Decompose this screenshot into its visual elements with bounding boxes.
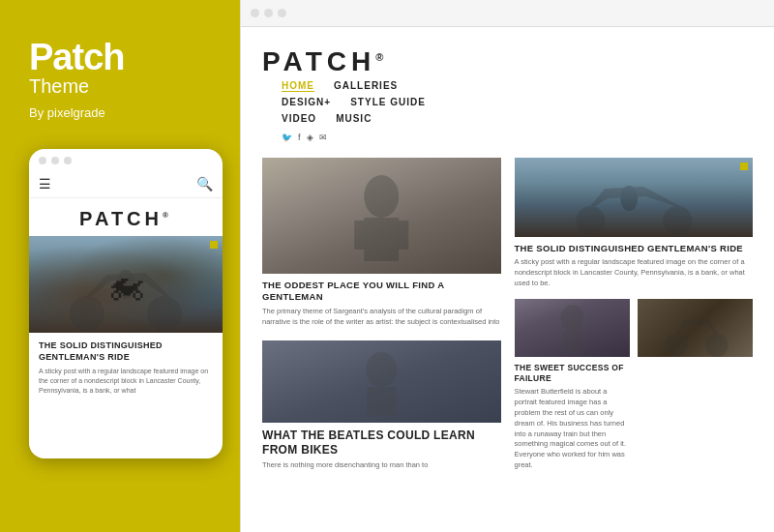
- failure-post-excerpt: Stewart Butterfield is about a portrait …: [515, 387, 630, 471]
- svg-point-3: [364, 175, 399, 218]
- mobile-post-excerpt: A sticky post with a regular landscape f…: [29, 367, 223, 395]
- right-top-title: THE SOLID DISTINGUISHED GENTLEMAN'S RIDE: [515, 243, 754, 254]
- title-bar-dot-3: [278, 9, 286, 17]
- nav-row-2: DESIGN+ STYLE GUIDE: [282, 94, 426, 110]
- svg-point-10: [663, 206, 692, 235]
- right-top-post: THE SOLID DISTINGUISHED GENTLEMAN'S RIDE…: [515, 158, 754, 289]
- mobile-mockup: ☰ 🔍 PATCH® THE SOLID DISTINGUISHED GENTL…: [29, 149, 223, 458]
- rss-icon[interactable]: ◈: [307, 133, 313, 142]
- mobile-post-title: THE SOLID DISTINGUISHED GENTLEMAN'S RIDE: [29, 333, 223, 367]
- facebook-icon[interactable]: f: [298, 133, 301, 142]
- mobile-header: ☰ 🔍: [29, 172, 223, 198]
- svg-point-7: [366, 352, 397, 387]
- theme-subtitle: Theme: [29, 75, 211, 98]
- nav-video[interactable]: VIDEO: [282, 110, 316, 127]
- right-column: THE SOLID DISTINGUISHED GENTLEMAN'S RIDE…: [515, 158, 754, 471]
- failure-post-image: [515, 299, 630, 357]
- twitter-icon[interactable]: 🐦: [282, 133, 292, 142]
- left-panel: Patch Theme By pixelgrade ☰ 🔍 PATCH® THE…: [0, 0, 240, 532]
- mobile-hero-image: [29, 236, 223, 333]
- svg-point-1: [147, 296, 182, 331]
- svg-rect-8: [367, 387, 396, 416]
- bikes-bottom-post: [638, 299, 753, 471]
- svg-point-11: [620, 186, 638, 211]
- title-bar: [241, 0, 774, 27]
- beatles-post-image: [262, 340, 501, 423]
- failure-post-title: THE SWEET SUCCESS OF FAILURE: [515, 363, 630, 384]
- site-nav: HOME GALLERIES DESIGN+ STYLE GUIDE VIDEO…: [282, 77, 426, 142]
- title-bar-dot-2: [264, 9, 273, 17]
- theme-by: By pixelgrade: [29, 105, 211, 120]
- search-icon[interactable]: 🔍: [196, 176, 213, 192]
- content-grid: THE ODDEST PLACE YOU WILL FIND A GENTLEM…: [262, 158, 753, 471]
- nav-styleguide[interactable]: STYLE GUIDE: [350, 94, 426, 110]
- nav-row-1: HOME GALLERIES: [282, 77, 426, 94]
- hamburger-icon[interactable]: ☰: [39, 176, 51, 192]
- nav-row-3: VIDEO MUSIC: [282, 110, 426, 127]
- desktop-mockup: PATCH® HOME GALLERIES DESIGN+ STYLE GUID…: [240, 0, 774, 532]
- svg-point-9: [576, 206, 605, 235]
- mobile-dot-3: [64, 157, 72, 164]
- svg-point-2: [116, 270, 135, 299]
- svg-point-14: [664, 334, 687, 357]
- beatles-post-title: WHAT THE BEATLES COULD LEARN FROM BIKES: [262, 429, 501, 458]
- site-header: PATCH® HOME GALLERIES DESIGN+ STYLE GUID…: [262, 46, 753, 142]
- right-top-excerpt: A sticky post with a regular landscape f…: [515, 257, 754, 289]
- nav-music[interactable]: MUSIC: [336, 110, 372, 127]
- email-icon[interactable]: ✉: [319, 133, 327, 142]
- mobile-dot-1: [39, 157, 46, 164]
- svg-rect-13: [562, 332, 581, 353]
- svg-rect-4: [364, 218, 399, 261]
- gentleman-post-excerpt: The primary theme of Sargeant's analysis…: [262, 307, 501, 328]
- gentleman-post-image: [262, 158, 501, 274]
- mobile-dot-2: [51, 157, 59, 164]
- mobile-status-bar: [29, 149, 223, 172]
- nav-galleries[interactable]: GALLERIES: [334, 77, 398, 94]
- gentleman-post: THE ODDEST PLACE YOU WILL FIND A GENTLEM…: [262, 158, 501, 327]
- left-column: THE ODDEST PLACE YOU WILL FIND A GENTLEM…: [262, 158, 501, 471]
- title-bar-dot-1: [251, 9, 259, 17]
- gentleman-post-title: THE ODDEST PLACE YOU WILL FIND A GENTLEM…: [262, 280, 501, 304]
- failure-post: THE SWEET SUCCESS OF FAILURE Stewart But…: [515, 299, 630, 471]
- svg-point-12: [560, 305, 583, 332]
- right-top-image: [515, 158, 754, 237]
- beatles-post-excerpt: There is nothing more disenchanting to m…: [262, 460, 501, 471]
- mobile-logo: PATCH®: [29, 198, 223, 236]
- svg-rect-5: [354, 221, 366, 250]
- svg-rect-6: [397, 221, 408, 250]
- desktop-content: PATCH® HOME GALLERIES DESIGN+ STYLE GUID…: [241, 27, 774, 532]
- beatles-post: WHAT THE BEATLES COULD LEARN FROM BIKES …: [262, 340, 501, 471]
- nav-design[interactable]: DESIGN+: [282, 94, 331, 110]
- nav-home[interactable]: HOME: [282, 77, 314, 94]
- theme-title: Patch: [29, 39, 211, 75]
- bikes-bottom-image: [638, 299, 753, 357]
- site-logo: PATCH®: [262, 46, 426, 77]
- svg-point-0: [70, 296, 104, 331]
- social-icons: 🐦 f ◈ ✉: [282, 133, 426, 142]
- svg-point-15: [704, 334, 728, 357]
- bottom-right-pair: THE SWEET SUCCESS OF FAILURE Stewart But…: [515, 299, 754, 471]
